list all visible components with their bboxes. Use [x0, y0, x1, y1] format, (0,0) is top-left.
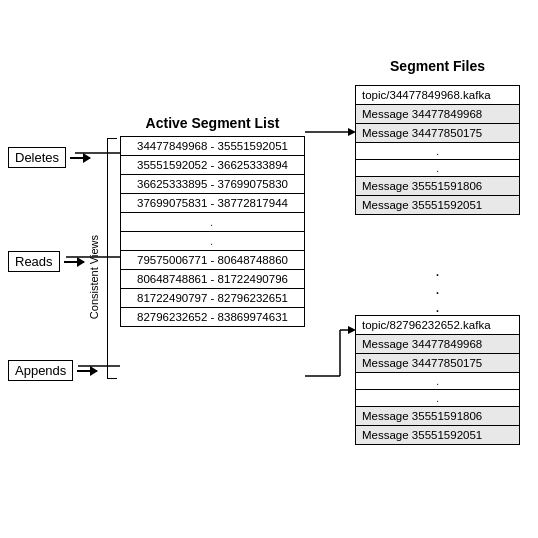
reads-text: Reads [8, 251, 60, 272]
file1-box: topic/34477849968.kafka Message 34477849… [355, 85, 520, 215]
segment-row-7: 80648748861 - 81722490796 [121, 270, 304, 289]
reads-arrow [64, 261, 84, 263]
file2-box: topic/82796232652.kafka Message 34477849… [355, 315, 520, 445]
file2-header: topic/82796232652.kafka [356, 316, 519, 335]
segment-row-6: 79575006771 - 80648748860 [121, 251, 304, 270]
consistent-views-label: Consistent Views [88, 235, 100, 319]
file1-msg5: Message 35551592051 [356, 196, 519, 214]
active-segment-list: Active Segment List 34477849968 - 355515… [120, 115, 305, 327]
segment-row-1: 35551592052 - 36625333894 [121, 156, 304, 175]
diagram-container: Deletes Reads Appends Consistent Views A… [0, 0, 538, 538]
segment-row-dots1: . [121, 213, 304, 232]
segment-row-2: 36625333895 - 37699075830 [121, 175, 304, 194]
file2-msg5: Message 35551592051 [356, 426, 519, 444]
segment-row-0: 34477849968 - 35551592051 [121, 137, 304, 156]
file1-dots2: . [356, 160, 519, 177]
file2-dots1: . [356, 373, 519, 390]
brace-vertical-line [107, 138, 108, 378]
appends-text: Appends [8, 360, 73, 381]
reads-label: Reads [8, 251, 84, 272]
between-dots: . . . [355, 262, 520, 316]
segment-files-title: Segment Files [355, 58, 520, 74]
deletes-arrow [70, 157, 90, 159]
segment-row-8: 81722490797 - 82796232651 [121, 289, 304, 308]
segment-row-dots2: . [121, 232, 304, 251]
file2-msg4: Message 35551591806 [356, 407, 519, 426]
file2-msg1: Message 34477850175 [356, 354, 519, 373]
file2-dots2: . [356, 390, 519, 407]
file1-header: topic/34477849968.kafka [356, 86, 519, 105]
file1-msg1: Message 34477850175 [356, 124, 519, 143]
file1-msg0: Message 34477849968 [356, 105, 519, 124]
deletes-text: Deletes [8, 147, 66, 168]
segment-list-title: Active Segment List [120, 115, 305, 131]
appends-arrow [77, 370, 97, 372]
segment-row-3: 37699075831 - 38772817944 [121, 194, 304, 213]
file2-msg0: Message 34477849968 [356, 335, 519, 354]
brace-top-tick [107, 138, 117, 139]
segment-row-9: 82796232652 - 83869974631 [121, 308, 304, 326]
file1-dots1: . [356, 143, 519, 160]
segment-list-box: 34477849968 - 35551592051 35551592052 - … [120, 136, 305, 327]
file1-msg4: Message 35551591806 [356, 177, 519, 196]
appends-label: Appends [8, 360, 97, 381]
brace-bottom-tick [107, 378, 117, 379]
deletes-label: Deletes [8, 147, 90, 168]
